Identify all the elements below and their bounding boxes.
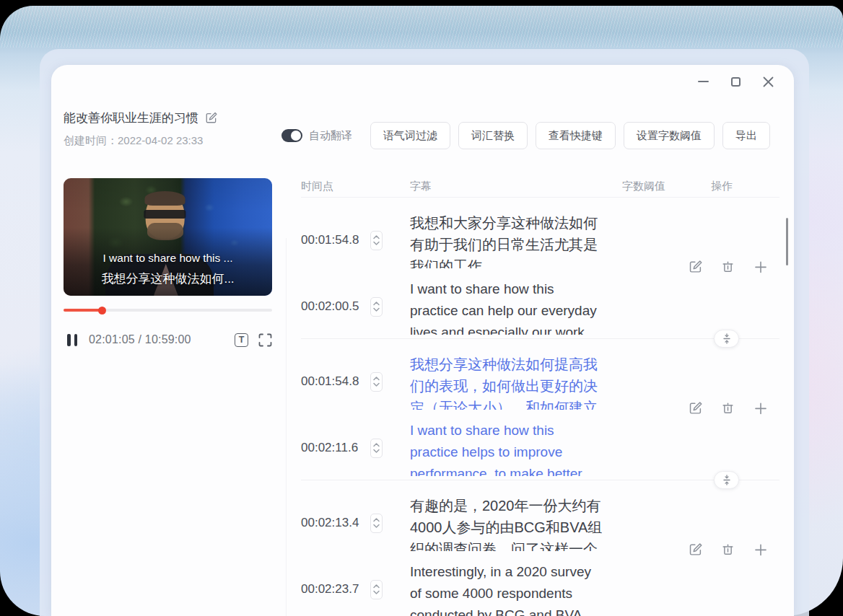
header-subtitle: 字幕 — [410, 180, 622, 193]
timecode: 00:02:00.5 — [301, 299, 370, 314]
time-stepper[interactable] — [370, 514, 383, 533]
subtitle-toggle-T-icon[interactable]: T — [235, 333, 248, 347]
window-controls — [696, 74, 775, 89]
progress-knob[interactable] — [98, 307, 106, 314]
subtitle-text[interactable]: 有趣的是，2020年一份大约有 4000人参与的由BCG和BVA组 织的调查问卷… — [410, 495, 611, 551]
table-header: 时间点 字幕 字数阈值 操作 — [301, 175, 779, 198]
timecode: 00:02:13.4 — [301, 516, 370, 530]
subtitle-text[interactable]: 我想和大家分享这种做法如何 有助于我们的日常生活尤其是 我们的工作 — [410, 212, 611, 268]
header-timepoint: 时间点 — [301, 180, 410, 193]
trash-icon[interactable] — [721, 542, 735, 556]
trash-icon[interactable] — [721, 401, 735, 415]
plus-icon[interactable] — [754, 260, 768, 274]
row-actions — [689, 260, 768, 274]
auto-translate-label: 自动翻译 — [309, 129, 352, 143]
time-stepper[interactable] — [370, 372, 383, 392]
overlay-subtitle-zh: 我想分享这种做法如何... — [64, 268, 272, 290]
export-button[interactable]: 导出 — [722, 122, 770, 149]
video-subtitle-overlay: I want to share how this ... 我想分享这种做法如何.… — [64, 247, 272, 290]
table-scrollbar[interactable] — [786, 218, 788, 265]
subtitle-editor-window: 能改善你职业生涯的习惯 创建时间：2022-04-02 23:33 自动翻译 语… — [51, 65, 794, 616]
header-char-threshold: 字数阈值 — [622, 180, 711, 193]
titlebar: 能改善你职业生涯的习惯 创建时间：2022-04-02 23:33 — [64, 110, 217, 148]
row-actions — [689, 401, 768, 415]
header-actions: 操作 — [711, 180, 779, 193]
subtitle-text[interactable]: Interestingly, in a 2020 survey of some … — [410, 561, 611, 616]
subtitle-group: 00:02:13.4 有趣的是，2020年一份大约有 4000人参与的由BCG和… — [301, 480, 779, 616]
toolbar: 自动翻译 语气词过滤 词汇替换 查看快捷键 设置字数阈值 导出 — [281, 122, 770, 149]
set-char-threshold-button[interactable]: 设置字数阈值 — [624, 122, 715, 149]
edit-icon[interactable] — [689, 542, 702, 556]
panel-divider — [286, 238, 287, 616]
edit-icon[interactable] — [689, 401, 702, 415]
video-preview[interactable]: I want to share how this ... 我想分享这种做法如何.… — [64, 178, 272, 296]
playback-progress-bar[interactable] — [64, 309, 272, 312]
subtitle-table: 时间点 字幕 字数阈值 操作 00:01:54.8 我想和大家分享这种做法如何 … — [301, 175, 779, 616]
plus-icon[interactable] — [754, 401, 768, 415]
row-actions — [689, 542, 768, 557]
wallpaper-top-band — [0, 6, 843, 48]
time-stepper[interactable] — [370, 439, 383, 458]
merge-rows-icon[interactable] — [714, 330, 739, 348]
table-row: 00:02:00.5 I want to share how this prac… — [301, 278, 779, 335]
time-stepper[interactable] — [370, 580, 383, 599]
fullscreen-icon[interactable] — [258, 333, 272, 347]
table-row: 00:02:23.7 Interestingly, in a 2020 surv… — [301, 561, 779, 616]
vocab-replace-button[interactable]: 词汇替换 — [458, 122, 528, 149]
timecode: 00:02:11.6 — [301, 441, 370, 455]
player-controls: 02:01:05 / 10:59:00 T — [64, 329, 272, 351]
close-icon[interactable] — [761, 75, 775, 89]
minimize-icon[interactable] — [696, 75, 710, 89]
timecode: 00:01:54.8 — [301, 374, 370, 389]
edit-title-icon[interactable] — [205, 112, 217, 124]
time-stepper[interactable] — [370, 297, 383, 317]
plus-icon[interactable] — [754, 542, 768, 557]
created-time-label: 创建时间：2022-04-02 23:33 — [64, 134, 217, 148]
subtitle-group: 00:01:54.8 我想和大家分享这种做法如何 有助于我们的日常生活尤其是 我… — [301, 198, 779, 339]
pause-icon[interactable] — [67, 334, 77, 346]
trash-icon[interactable] — [721, 260, 735, 273]
subtitle-text[interactable]: I want to share how this practice can he… — [410, 278, 611, 335]
subtitle-group: 00:01:54.8 我想分享这种做法如何提高我 们的表现，如何做出更好的决 定… — [301, 339, 779, 480]
time-stepper[interactable] — [370, 231, 383, 250]
filler-word-filter-button[interactable]: 语气词过滤 — [370, 122, 450, 149]
subtitle-text[interactable]: I want to share how this practice helps … — [410, 420, 611, 476]
page-title: 能改善你职业生涯的习惯 — [64, 110, 198, 126]
table-row: 00:02:11.6 I want to share how this prac… — [301, 420, 779, 476]
maximize-icon[interactable] — [729, 75, 743, 89]
playback-time: 02:01:05 / 10:59:00 — [89, 333, 191, 346]
edit-icon[interactable] — [689, 260, 702, 273]
progress-fill — [64, 309, 102, 312]
overlay-subtitle-en: I want to share how this ... — [64, 247, 272, 268]
view-shortcuts-button[interactable]: 查看快捷键 — [536, 122, 616, 149]
auto-translate-toggle[interactable] — [281, 129, 302, 142]
timecode: 00:01:54.8 — [301, 233, 370, 247]
timecode: 00:02:23.7 — [301, 582, 370, 597]
subtitle-text[interactable]: 我想分享这种做法如何提高我 们的表现，如何做出更好的决 定（无论大小），和如何建… — [410, 353, 611, 410]
merge-rows-icon[interactable] — [714, 471, 739, 489]
